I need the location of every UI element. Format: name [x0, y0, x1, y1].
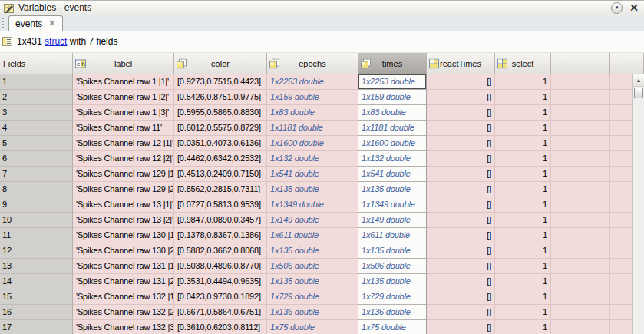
cell-times[interactable]: 1x1181 double	[358, 121, 427, 136]
cell-label[interactable]: 'Spikes Channel raw 132 |2|'	[73, 305, 174, 320]
row-number[interactable]: 7	[0, 167, 73, 182]
column-header-empty[interactable]	[551, 53, 610, 74]
cell-reactTimes[interactable]: []	[427, 259, 495, 274]
cell-times[interactable]: 1x135 double	[358, 274, 427, 289]
cell-select[interactable]: 1	[495, 90, 551, 105]
cell-times[interactable]: 1x159 double	[358, 90, 427, 105]
cell-times[interactable]: 1x83 double	[358, 105, 427, 121]
row-number[interactable]: 13	[0, 259, 73, 274]
panel-menu-button[interactable]: ▼	[611, 2, 623, 14]
vertical-scrollbar[interactable]: ▲	[632, 74, 644, 334]
column-header-reactTimes[interactable]: reactTimes	[427, 53, 495, 74]
cell-color[interactable]: [0.8562,0.2815,0.7311]	[174, 182, 267, 197]
cell-color[interactable]: [0.3531,0.4494,0.9635]	[174, 274, 267, 289]
row-number[interactable]: 1	[0, 74, 73, 90]
cell-times[interactable]: 1x135 double	[358, 182, 427, 197]
cell-epochs[interactable]: 1x135 double	[267, 243, 358, 259]
cell-color[interactable]: [0.6671,0.5864,0.6751]	[174, 305, 267, 320]
cell-color[interactable]: [0.5426,0.8751,0.9775]	[174, 90, 267, 105]
cell-empty[interactable]	[551, 274, 610, 289]
cell-color[interactable]: [0.0351,0.4073,0.6136]	[174, 136, 267, 151]
cell-reactTimes[interactable]: []	[427, 182, 495, 197]
cell-empty[interactable]	[551, 289, 610, 305]
cell-color[interactable]: [0.1378,0.8367,0.1386]	[174, 228, 267, 243]
row-number[interactable]: 17	[0, 320, 73, 334]
cell-times[interactable]: 1x1349 double	[358, 197, 427, 213]
row-number[interactable]: 15	[0, 289, 73, 305]
scroll-up-button[interactable]: ▲	[633, 74, 644, 87]
cell-times[interactable]: 1x136 double	[358, 305, 427, 320]
cell-label[interactable]: 'Spikes Channel raw 129 |2|'	[73, 182, 174, 197]
cell-select[interactable]: 1	[495, 259, 551, 274]
cell-label[interactable]: 'Spikes Channel raw 12 |1|'	[73, 136, 174, 151]
cell-empty[interactable]	[610, 90, 632, 105]
cell-label[interactable]: 'Spikes Channel raw 132 |3|'	[73, 320, 174, 334]
cell-empty[interactable]	[610, 182, 632, 197]
cell-epochs[interactable]: 1x1600 double	[267, 136, 358, 151]
cell-select[interactable]: 1	[495, 74, 551, 90]
cell-reactTimes[interactable]: []	[427, 320, 495, 334]
cell-empty[interactable]	[610, 105, 632, 121]
cell-empty[interactable]	[610, 136, 632, 151]
cell-reactTimes[interactable]: []	[427, 151, 495, 167]
cell-epochs[interactable]: 1x132 double	[267, 151, 358, 167]
cell-empty[interactable]	[610, 228, 632, 243]
cell-color[interactable]: [0.9273,0.7515,0.4423]	[174, 74, 267, 90]
cell-reactTimes[interactable]: []	[427, 274, 495, 289]
cell-times[interactable]: 1x541 double	[358, 167, 427, 182]
cell-empty[interactable]	[610, 167, 632, 182]
cell-empty[interactable]	[610, 74, 632, 90]
cell-label[interactable]: 'Spikes Channel raw 129 |1|'	[73, 167, 174, 182]
cell-epochs[interactable]: 1x1181 double	[267, 121, 358, 136]
cell-empty[interactable]	[551, 182, 610, 197]
cell-empty[interactable]	[610, 259, 632, 274]
cell-color[interactable]: [0.9847,0.0890,0.3457]	[174, 213, 267, 228]
cell-select[interactable]: 1	[495, 105, 551, 121]
cell-reactTimes[interactable]: []	[427, 74, 495, 90]
cell-reactTimes[interactable]: []	[427, 243, 495, 259]
cell-select[interactable]: 1	[495, 320, 551, 334]
cell-epochs[interactable]: 1x506 double	[267, 259, 358, 274]
cell-select[interactable]: 1	[495, 182, 551, 197]
row-number[interactable]: 3	[0, 105, 73, 121]
cell-times[interactable]: 1x611 double	[358, 228, 427, 243]
cell-select[interactable]: 1	[495, 197, 551, 213]
cell-color[interactable]: [0.4462,0.6342,0.2532]	[174, 151, 267, 167]
cell-color[interactable]: [0.6012,0.5575,0.8729]	[174, 121, 267, 136]
cell-empty[interactable]	[610, 289, 632, 305]
cell-times[interactable]: 1x729 double	[358, 289, 427, 305]
cell-empty[interactable]	[551, 197, 610, 213]
cell-epochs[interactable]: 1x135 double	[267, 182, 358, 197]
cell-times[interactable]: 1x75 double	[358, 320, 427, 334]
cell-label[interactable]: 'Spikes Channel raw 131 |2|'	[73, 274, 174, 289]
column-header-epochs[interactable]: epochs	[267, 53, 358, 74]
cell-epochs[interactable]: 1x159 double	[267, 90, 358, 105]
cell-empty[interactable]	[610, 305, 632, 320]
cell-label[interactable]: 'Spikes Channel raw 1 |3|'	[73, 105, 174, 121]
cell-select[interactable]: 1	[495, 136, 551, 151]
cell-empty[interactable]	[551, 105, 610, 121]
cell-select[interactable]: 1	[495, 289, 551, 305]
cell-empty[interactable]	[610, 213, 632, 228]
cell-epochs[interactable]: 1x611 double	[267, 228, 358, 243]
cell-select[interactable]: 1	[495, 151, 551, 167]
cell-times[interactable]: 1x1600 double	[358, 136, 427, 151]
cell-label[interactable]: 'Spikes Channel raw 1 |2|'	[73, 90, 174, 105]
cell-epochs[interactable]: 1x149 double	[267, 213, 358, 228]
cell-empty[interactable]	[551, 136, 610, 151]
tab-close-icon[interactable]: ✕	[48, 19, 55, 28]
cell-epochs[interactable]: 1x1349 double	[267, 197, 358, 213]
cell-select[interactable]: 1	[495, 243, 551, 259]
row-number[interactable]: 16	[0, 305, 73, 320]
row-number[interactable]: 14	[0, 274, 73, 289]
row-number[interactable]: 9	[0, 197, 73, 213]
column-header-fields[interactable]: Fields	[0, 53, 73, 74]
cell-epochs[interactable]: 1x83 double	[267, 105, 358, 121]
cell-epochs[interactable]: 1x729 double	[267, 289, 358, 305]
cell-reactTimes[interactable]: []	[427, 90, 495, 105]
cell-select[interactable]: 1	[495, 121, 551, 136]
cell-color[interactable]: [0.4513,0.2409,0.7150]	[174, 167, 267, 182]
cell-times[interactable]: 1x2253 double	[358, 74, 427, 90]
cell-empty[interactable]	[551, 228, 610, 243]
cell-times[interactable]: 1x132 double	[358, 151, 427, 167]
